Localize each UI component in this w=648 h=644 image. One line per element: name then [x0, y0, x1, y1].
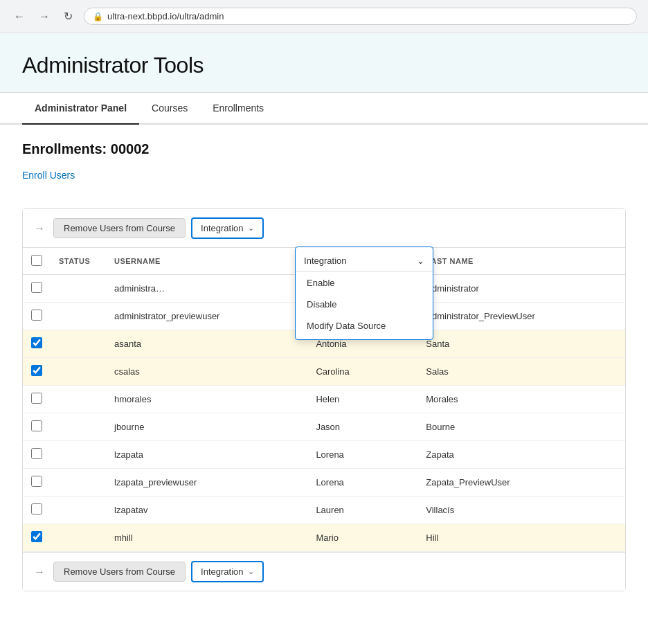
- row-lastname: Santa: [417, 330, 625, 358]
- dropdown-item-enable[interactable]: Enable: [296, 272, 433, 294]
- nav-item-courses[interactable]: Courses: [139, 93, 200, 125]
- back-button[interactable]: ←: [11, 8, 28, 26]
- row-checkbox[interactable]: [31, 531, 42, 542]
- row-status: [51, 330, 106, 358]
- row-checkbox-cell: [23, 469, 51, 497]
- header-status: STATUS: [51, 248, 106, 275]
- row-status: [51, 358, 106, 386]
- row-username: lzapata: [106, 441, 307, 469]
- row-checkbox[interactable]: [31, 448, 42, 459]
- row-lastname: Salas: [417, 358, 625, 386]
- bottom-toolbar-arrow-icon: →: [34, 566, 45, 578]
- browser-chrome: ← → ↻ 🔒 ultra-next.bbpd.io/ultra/admin: [0, 0, 648, 33]
- table-container: → Remove Users from Course Integration ⌄…: [22, 208, 626, 591]
- row-lastname: Morales: [417, 386, 625, 413]
- refresh-button[interactable]: ↻: [61, 7, 75, 26]
- dropdown-item-modify-data-source[interactable]: Modify Data Source: [296, 315, 433, 337]
- forward-button[interactable]: →: [36, 8, 53, 26]
- dropdown-header-label: Integration: [304, 256, 346, 266]
- chevron-down-icon: ⌄: [248, 224, 254, 233]
- row-firstname: Lorena: [307, 441, 417, 469]
- dropdown-header: Integration ⌄: [296, 250, 433, 272]
- table-row: jbourne Jason Bourne: [23, 413, 625, 441]
- row-status: [51, 386, 106, 413]
- row-lastname: Zapata_PreviewUser: [417, 469, 625, 497]
- row-checkbox[interactable]: [31, 337, 42, 348]
- address-bar[interactable]: 🔒 ultra-next.bbpd.io/ultra/admin: [84, 8, 637, 25]
- row-checkbox-cell: [23, 358, 51, 386]
- row-checkbox-cell: [23, 386, 51, 413]
- header-lastname: LAST NAME: [417, 248, 625, 275]
- row-username: lzapata_previewuser: [106, 469, 307, 497]
- row-checkbox-cell: [23, 524, 51, 552]
- row-username: jbourne: [106, 413, 307, 441]
- top-toolbar: → Remove Users from Course Integration ⌄…: [23, 209, 625, 248]
- bottom-chevron-down-icon: ⌄: [248, 567, 254, 576]
- integration-button-label: Integration: [201, 223, 243, 233]
- remove-users-button[interactable]: Remove Users from Course: [53, 218, 186, 238]
- page-header: Administrator Tools: [0, 33, 648, 93]
- row-status: [51, 303, 106, 330]
- bottom-integration-dropdown-button[interactable]: Integration ⌄: [191, 561, 263, 582]
- row-checkbox[interactable]: [31, 310, 42, 321]
- url-text: ultra-next.bbpd.io/ultra/admin: [107, 11, 224, 21]
- integration-dropdown-button[interactable]: Integration ⌄: [191, 217, 263, 239]
- row-firstname: Lorena: [307, 469, 417, 497]
- table-row: lzapata Lorena Zapata: [23, 441, 625, 469]
- row-checkbox[interactable]: [31, 420, 42, 431]
- row-status: [51, 441, 106, 469]
- toolbar-arrow-icon: →: [34, 222, 45, 235]
- row-username: administra…: [106, 275, 307, 303]
- row-status: [51, 469, 106, 497]
- row-status: [51, 413, 106, 441]
- row-checkbox[interactable]: [31, 393, 42, 404]
- table-row: lzapatav Lauren Villacís: [23, 497, 625, 524]
- row-username: csalas: [106, 358, 307, 386]
- bottom-remove-users-button[interactable]: Remove Users from Course: [53, 562, 186, 582]
- table-row: hmorales Helen Morales: [23, 386, 625, 413]
- bottom-integration-button-label: Integration: [201, 566, 243, 577]
- row-lastname: Zapata: [417, 441, 625, 469]
- dropdown-item-disable[interactable]: Disable: [296, 294, 433, 315]
- row-firstname: Carolina: [307, 358, 417, 386]
- main-content: Enrollments: 00002 Enroll Users → Remove…: [0, 125, 648, 608]
- row-firstname: Helen: [307, 386, 417, 413]
- integration-dropdown-menu: Integration ⌄ Enable Disable Modify Data…: [295, 247, 433, 340]
- nav-bar: Administrator Panel Courses Enrollments: [0, 93, 648, 125]
- row-username: lzapatav: [106, 497, 307, 524]
- header-check: [23, 248, 51, 275]
- dropdown-header-chevron: ⌄: [417, 256, 424, 266]
- bottom-toolbar: → Remove Users from Course Integration ⌄: [23, 552, 625, 591]
- nav-item-enrollments[interactable]: Enrollments: [200, 93, 276, 125]
- row-lastname: Administrator_PreviewUser: [417, 303, 625, 330]
- lock-icon: 🔒: [93, 12, 103, 21]
- enroll-users-link[interactable]: Enroll Users: [22, 170, 75, 181]
- row-checkbox[interactable]: [31, 365, 42, 376]
- row-checkbox-cell: [23, 275, 51, 303]
- row-lastname: Villacís: [417, 497, 625, 524]
- row-lastname: Hill: [417, 524, 625, 552]
- row-status: [51, 497, 106, 524]
- row-lastname: Administrator: [417, 275, 625, 303]
- page-title: Administrator Tools: [22, 53, 626, 78]
- row-checkbox-cell: [23, 330, 51, 358]
- row-lastname: Bourne: [417, 413, 625, 441]
- row-checkbox-cell: [23, 441, 51, 469]
- row-checkbox-cell: [23, 497, 51, 524]
- table-row: csalas Carolina Salas: [23, 358, 625, 386]
- row-firstname: Jason: [307, 413, 417, 441]
- row-checkbox[interactable]: [31, 282, 42, 293]
- row-status: [51, 524, 106, 552]
- section-title: Enrollments: 00002: [22, 141, 626, 157]
- row-firstname: Mario: [307, 524, 417, 552]
- row-status: [51, 275, 106, 303]
- table-row: mhill Mario Hill: [23, 524, 625, 552]
- nav-item-admin-panel[interactable]: Administrator Panel: [22, 93, 139, 125]
- row-username: asanta: [106, 330, 307, 358]
- row-checkbox[interactable]: [31, 503, 42, 515]
- select-all-checkbox[interactable]: [31, 255, 42, 266]
- row-checkbox[interactable]: [31, 476, 42, 487]
- header-username: USERNAME: [106, 248, 307, 275]
- table-row: lzapata_previewuser Lorena Zapata_Previe…: [23, 469, 625, 497]
- row-username: administrator_previewuser: [106, 303, 307, 330]
